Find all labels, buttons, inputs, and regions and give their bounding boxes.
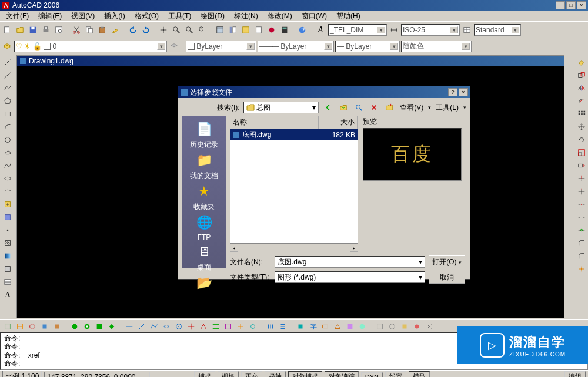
cancel-button[interactable]: 取消 bbox=[429, 271, 465, 284]
util-icon-13[interactable] bbox=[161, 321, 172, 332]
mirror-icon[interactable] bbox=[576, 82, 587, 94]
vertical-scrollbar[interactable] bbox=[566, 54, 574, 319]
spline-icon[interactable] bbox=[2, 160, 14, 171]
polygon-icon[interactable] bbox=[2, 95, 14, 107]
util-icon-28[interactable] bbox=[357, 321, 368, 332]
undo-icon[interactable] bbox=[127, 24, 139, 36]
extend-icon[interactable] bbox=[576, 186, 587, 197]
new-icon[interactable] bbox=[1, 24, 13, 36]
util-icon-14[interactable] bbox=[173, 321, 184, 332]
move-icon[interactable] bbox=[576, 121, 587, 133]
array-icon[interactable] bbox=[576, 108, 587, 120]
paste-icon[interactable] bbox=[96, 24, 108, 36]
scale-icon[interactable] bbox=[576, 147, 587, 159]
menu-draw[interactable]: 绘图(D) bbox=[197, 11, 228, 22]
menu-help[interactable]: 帮助(H) bbox=[333, 11, 364, 22]
menu-file[interactable]: 文件(F) bbox=[2, 11, 32, 22]
menu-edit[interactable]: 编辑(E) bbox=[35, 11, 65, 22]
circle-icon[interactable] bbox=[2, 134, 14, 146]
util-icon-4[interactable] bbox=[39, 321, 50, 332]
util-icon-22[interactable] bbox=[278, 321, 288, 332]
copy-icon[interactable] bbox=[83, 24, 95, 36]
util-icon-8[interactable] bbox=[94, 321, 105, 332]
model-toggle[interactable]: 模型 bbox=[409, 371, 430, 377]
hatch-icon[interactable] bbox=[2, 237, 14, 249]
maximize-button[interactable]: □ bbox=[566, 1, 576, 9]
search-web-icon[interactable] bbox=[353, 102, 365, 113]
fillet-icon[interactable] bbox=[576, 250, 587, 262]
break-icon[interactable] bbox=[576, 211, 587, 223]
group-toggle[interactable]: 编组 bbox=[564, 371, 586, 377]
util-icon-17[interactable] bbox=[211, 321, 221, 332]
match-properties-icon[interactable] bbox=[109, 24, 121, 36]
place-favorites[interactable]: ★ 收藏夹 bbox=[193, 182, 215, 212]
view-button[interactable]: 查看(V) bbox=[399, 102, 425, 113]
zoom-previous-icon[interactable] bbox=[196, 24, 208, 36]
menu-window[interactable]: 窗口(W) bbox=[298, 11, 330, 22]
util-icon-33[interactable] bbox=[424, 321, 435, 332]
col-size[interactable]: 大小 bbox=[319, 116, 358, 129]
delete-icon[interactable] bbox=[368, 102, 380, 113]
point-icon[interactable] bbox=[2, 224, 14, 236]
rectangle-icon[interactable] bbox=[2, 108, 14, 120]
table-style-combo[interactable]: Standard▾ bbox=[474, 24, 521, 36]
color-combo[interactable]: ByLayer▾ bbox=[186, 41, 256, 52]
dim-style-combo[interactable]: ISO-25▾ bbox=[401, 24, 460, 36]
util-icon-25[interactable] bbox=[320, 321, 330, 332]
gradient-icon[interactable] bbox=[2, 250, 14, 262]
zoom-window-icon[interactable]: + bbox=[183, 24, 195, 36]
open-button[interactable]: 打开(O) ▾ bbox=[429, 255, 465, 268]
arc-icon[interactable] bbox=[2, 121, 14, 133]
offset-icon[interactable] bbox=[576, 95, 587, 107]
osnap-toggle[interactable]: 对象捕捉 bbox=[288, 371, 322, 377]
minimize-button[interactable]: _ bbox=[556, 1, 565, 9]
tool-palettes-icon[interactable] bbox=[240, 24, 252, 36]
dialog-help-button[interactable]: ? bbox=[448, 88, 457, 96]
util-icon-24[interactable]: 字 bbox=[308, 321, 318, 332]
util-icon-18[interactable] bbox=[223, 321, 233, 332]
search-combo[interactable]: 总图 ▾ bbox=[243, 102, 319, 113]
properties-icon[interactable] bbox=[214, 24, 226, 36]
util-icon-19[interactable] bbox=[235, 321, 246, 332]
print-icon[interactable] bbox=[40, 24, 52, 36]
place-more[interactable]: 📂 bbox=[195, 274, 213, 294]
util-icon-12[interactable] bbox=[149, 321, 159, 332]
util-icon-1[interactable] bbox=[2, 321, 13, 332]
otrack-toggle[interactable]: 对象追踪 bbox=[325, 371, 359, 377]
util-icon-30[interactable] bbox=[387, 321, 397, 332]
util-icon-20[interactable] bbox=[248, 321, 258, 332]
dyn-toggle[interactable]: DYN bbox=[361, 372, 383, 378]
lwt-toggle[interactable]: 线宽 bbox=[385, 371, 406, 377]
layer-properties-icon[interactable] bbox=[1, 41, 13, 52]
grid-toggle[interactable]: 栅格 bbox=[218, 371, 239, 377]
help-icon[interactable]: ? bbox=[296, 24, 308, 36]
util-icon-3[interactable] bbox=[27, 321, 38, 332]
menu-view[interactable]: 视图(V) bbox=[68, 11, 98, 22]
break-at-point-icon[interactable] bbox=[576, 198, 587, 210]
polyline-icon[interactable] bbox=[2, 82, 14, 94]
file-list-hscroll[interactable]: ◂▸ bbox=[230, 244, 358, 252]
new-folder-icon[interactable] bbox=[383, 102, 395, 113]
text-style-combo[interactable]: _TEL_DIM▾ bbox=[328, 24, 387, 36]
util-icon-2[interactable] bbox=[15, 321, 25, 332]
construction-line-icon[interactable] bbox=[2, 69, 14, 81]
cut-icon[interactable] bbox=[71, 24, 82, 36]
rotate-icon[interactable] bbox=[576, 134, 587, 146]
ellipse-icon[interactable] bbox=[2, 173, 14, 184]
ortho-toggle[interactable]: 正交 bbox=[241, 371, 262, 377]
redo-icon[interactable] bbox=[140, 24, 152, 36]
close-button[interactable]: × bbox=[577, 1, 586, 9]
menu-tools[interactable]: 工具(T) bbox=[165, 11, 195, 22]
pan-icon[interactable] bbox=[158, 24, 169, 36]
lineweight-combo[interactable]: — ByLayer▾ bbox=[335, 41, 400, 52]
explode-icon[interactable] bbox=[576, 263, 587, 275]
menu-modify[interactable]: 修改(M) bbox=[264, 11, 296, 22]
line-icon[interactable] bbox=[2, 56, 14, 68]
util-icon-6[interactable] bbox=[69, 321, 80, 332]
util-icon-31[interactable] bbox=[399, 321, 410, 332]
snap-toggle[interactable]: 捕捉 bbox=[194, 371, 215, 377]
ellipse-arc-icon[interactable] bbox=[2, 186, 14, 197]
util-icon-23[interactable] bbox=[295, 321, 306, 332]
print-preview-icon[interactable] bbox=[53, 24, 65, 36]
up-folder-icon[interactable] bbox=[338, 102, 349, 113]
